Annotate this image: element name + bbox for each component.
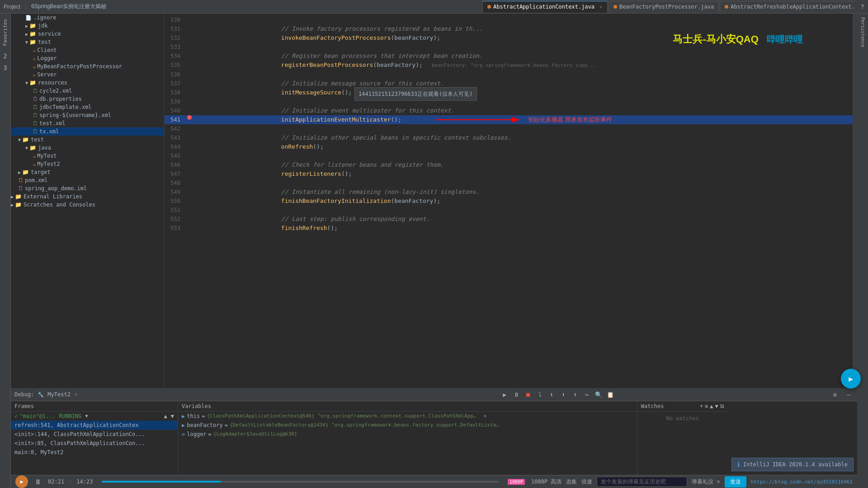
danmu-礼仪-btn[interactable]: 弹幕礼仪 >	[692, 478, 720, 486]
tree-item-pomxml[interactable]: 🗒 pom.xml	[11, 176, 164, 184]
pause-btn[interactable]: ⏸	[511, 389, 521, 399]
help-icon[interactable]: ?	[861, 3, 864, 10]
frame-item-main[interactable]: main:8, MyTest2	[11, 448, 178, 457]
expand-icon[interactable]: ▶	[182, 422, 185, 428]
watches-maximize[interactable]: ⧉	[720, 403, 724, 409]
add-watch-icon[interactable]: +	[483, 413, 486, 419]
pause-button[interactable]: ⏸	[33, 476, 43, 487]
up-arrow-btn[interactable]: ▲	[164, 413, 167, 419]
step-over-btn[interactable]: ⤵	[535, 389, 545, 399]
frame-item-init[interactable]: <init>:144, ClassPathXmlApplicationCo...	[11, 430, 178, 439]
send-button[interactable]: 发送	[725, 476, 746, 488]
close-debug-tab[interactable]: ×	[74, 391, 77, 398]
line-number: 537	[165, 79, 185, 88]
code-line-541: 541 initApplicationEventMulticaster();	[165, 115, 857, 124]
expand-icon[interactable]: ∞	[182, 431, 185, 437]
tree-item-jdbctemplate[interactable]: 🗒 jdbcTemplate.xml	[11, 103, 164, 111]
var-logger[interactable]: ∞ logger = {LogAdapter$JavaUtilLog@630}	[178, 430, 637, 439]
tree-item-txxml[interactable]: 🗒 tx.xml	[11, 127, 164, 136]
select-label[interactable]: 选集	[566, 478, 577, 486]
expand-icon[interactable]: ▶	[182, 413, 185, 419]
persistence-tabs: Persistence	[857, 14, 868, 488]
step-into-btn[interactable]: ⬇	[547, 389, 557, 399]
tree-item-ignore[interactable]: 📄 .ignore	[11, 14, 164, 22]
tree-item-mytest[interactable]: ☕ MyTest	[11, 152, 164, 160]
code-content: initApplicationEventMulticaster();	[194, 115, 857, 124]
tree-item-java-folder[interactable]: ▼ 📁 java	[11, 144, 164, 152]
tab-bean-factory-post[interactable]: BeanFactoryPostProcessor.java	[609, 1, 719, 13]
side-tab-3[interactable]: 3	[1, 62, 9, 73]
java-icon	[487, 5, 491, 9]
line-number: 538	[165, 88, 185, 97]
tree-item-test-src[interactable]: ▼ 📁 test	[11, 38, 164, 46]
side-tab-2[interactable]: 2	[1, 51, 9, 61]
tree-item-testxml[interactable]: 🗒 test.xml	[11, 119, 164, 127]
close-icon[interactable]: ×	[599, 4, 603, 10]
watches-scroll-down[interactable]: ▼	[715, 403, 718, 409]
tree-item-dbprops[interactable]: 🗒 db.properties	[11, 95, 164, 103]
var-eq: =	[202, 413, 205, 419]
persistence-tab[interactable]: Persistence	[859, 15, 866, 49]
minimize-btn[interactable]: —	[844, 389, 854, 399]
frame-item-running[interactable]: ✓ "main"@1... RUNNING ▼ ▲ ▼	[11, 412, 178, 421]
code-content: registerListeners();	[194, 169, 857, 178]
tree-item-external-libs[interactable]: ▶ 📁 External Libraries	[11, 192, 164, 201]
tree-item-cycle2xml[interactable]: 🗒 cycle2.xml	[11, 87, 164, 95]
code-line-545: 545	[165, 151, 857, 160]
tab-abstract-app[interactable]: AbstractApplicationContext.java ×	[482, 1, 608, 13]
tab-abstract-refreshable[interactable]: AbstractRefreshableApplicationContext.ja…	[720, 1, 855, 13]
tree-item-service[interactable]: ▶ 📁 service	[11, 30, 164, 38]
tree-item-mytest2[interactable]: ☕ MyTest2	[11, 160, 164, 168]
danmu-input[interactable]	[597, 477, 687, 487]
tree-item-scratches[interactable]: ▶ 📁 Scratches and Consoles	[11, 201, 164, 209]
tree-label-mytest2: MyTest2	[37, 161, 60, 167]
play-button[interactable]: ▶	[15, 475, 28, 488]
vertical-scrollbar[interactable]	[853, 14, 857, 388]
force-step-into-btn[interactable]: ⬇	[558, 389, 568, 399]
step-out-btn[interactable]: ⬆	[570, 389, 580, 399]
window-title: 6SpringBean实例化注册大揭秘	[31, 3, 106, 10]
frame-item-refresh[interactable]: refresh:541, AbstractApplicationContex	[11, 421, 178, 430]
tree-label-client: Client	[37, 47, 57, 53]
tree-label-server: Server	[37, 71, 57, 78]
var-beanfactory[interactable]: ▶ beanFactory = {DefaultListableBeanFact…	[178, 421, 637, 430]
settings-btn[interactable]: ⚙	[830, 389, 840, 399]
run-to-cursor-btn[interactable]: ↪	[582, 389, 592, 399]
code-line-536: 536	[165, 70, 857, 79]
tree-item-resources[interactable]: ▼ 📁 resources	[11, 79, 164, 87]
tree-item-jdk[interactable]: ▶ 📁 jdk	[11, 22, 164, 30]
code-content: // Initialize other special beans in spe…	[194, 133, 857, 142]
frames-btn[interactable]: 📋	[605, 389, 615, 399]
frame-label-init2: <init>:85, ClassPathXmlApplicationCon...	[14, 440, 145, 446]
intellij-notice[interactable]: ℹ IntelliJ IDEA 2020.1.4 available	[731, 458, 854, 471]
code-content: // Check for listener beans and register…	[194, 160, 857, 169]
tree-item-mybeanfactory[interactable]: ☕ MyBeanFactoryPostProcessor	[11, 62, 164, 70]
progress-bar[interactable]	[102, 481, 498, 483]
add-watch-btn[interactable]: +	[700, 403, 703, 409]
var-this[interactable]: ▶ this = {ClassPathXmlApplicationContext…	[178, 412, 637, 421]
line-number: 550	[165, 197, 185, 206]
code-line-534: 534 // Register bean processors that int…	[165, 52, 857, 61]
stop-btn[interactable]: ⏹	[523, 389, 533, 399]
side-tab-favorites[interactable]: Favorites	[1, 15, 9, 50]
frame-item-init2[interactable]: <init>:85, ClassPathXmlApplicationCon...	[11, 439, 178, 448]
tree-item-target[interactable]: ▶ 📁 target	[11, 168, 164, 176]
status-bar: ▶ ⏸ 02:21 / 14:23 1080P 1080P 高清 选集 倍速	[11, 475, 857, 488]
tree-item-client[interactable]: ☕ Client	[11, 46, 164, 54]
resume-btn[interactable]: ▶	[500, 389, 509, 399]
code-content: // Register bean processors that interce…	[194, 52, 857, 61]
tree-item-spring-username[interactable]: 🗒 spring-${username}.xml	[11, 111, 164, 119]
tree-item-server[interactable]: ☕ Server	[11, 70, 164, 79]
watches-settings[interactable]: ⚙	[705, 403, 708, 409]
tree-item-logger[interactable]: ☕ Logger	[11, 54, 164, 62]
speed-label[interactable]: 倍速	[581, 478, 592, 486]
down-arrow-btn[interactable]: ▼	[171, 413, 174, 419]
tree-label-mytest: MyTest	[37, 153, 57, 159]
tree-item-springaop[interactable]: 🗒 spring_aop_demo.iml	[11, 184, 164, 192]
variables-panel: Variables ▶ this = {ClassPathXmlApplicat…	[178, 401, 637, 475]
line-number: 548	[165, 178, 185, 188]
tree-item-test-folder[interactable]: ▼ 📁 test	[11, 136, 164, 144]
watches-scroll-up[interactable]: ▲	[710, 403, 713, 409]
dropdown-arrow-icon[interactable]: ▼	[85, 413, 88, 418]
evaluate-btn[interactable]: 🔍	[594, 389, 604, 399]
